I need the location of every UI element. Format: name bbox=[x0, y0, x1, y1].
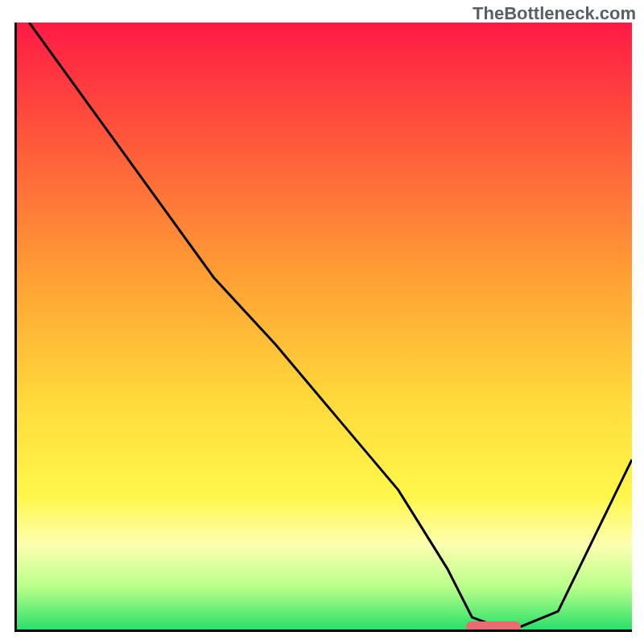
watermark-text: TheBottleneck.com bbox=[473, 3, 636, 24]
chart-background bbox=[17, 23, 632, 630]
optimal-range-marker bbox=[466, 621, 522, 632]
chart-plot-area bbox=[14, 23, 632, 632]
chart-svg bbox=[17, 23, 632, 630]
